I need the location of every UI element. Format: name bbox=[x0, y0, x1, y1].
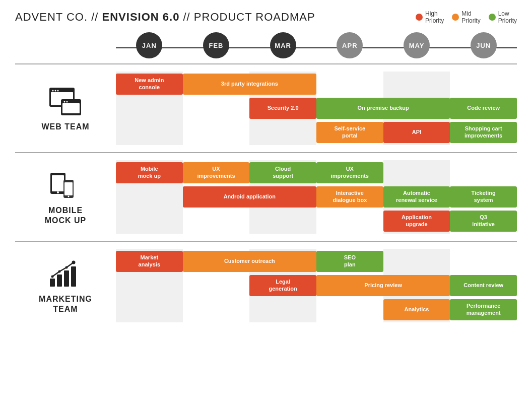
svg-rect-12 bbox=[52, 175, 64, 191]
task-legal-generation: Legalgeneration bbox=[249, 275, 316, 296]
task-customer-outreach: Customer outreach bbox=[183, 251, 316, 272]
task-content-review: Content review bbox=[450, 275, 517, 296]
month-bubble-mar: MAR bbox=[270, 32, 296, 58]
task-interactive-dialogue: Interactivedialogue box bbox=[316, 186, 383, 208]
task-automatic-renewal: Automaticrenewal service bbox=[383, 186, 450, 208]
marketing-body: Marketanalysis Customer outreach SEOplan… bbox=[116, 249, 517, 322]
mobile-label: MOBILEMOCK UP bbox=[15, 160, 116, 234]
task-ux-improvements-1: UXimprovements bbox=[183, 162, 250, 183]
svg-point-3 bbox=[52, 90, 53, 91]
month-jan: JAN bbox=[116, 32, 183, 63]
web-row-2: Security 2.0 On premise backup Code revi… bbox=[116, 98, 517, 119]
legend-high: HighPriority bbox=[416, 10, 444, 24]
task-ticketing-system: Ticketingsystem bbox=[450, 186, 517, 208]
task-security: Security 2.0 bbox=[249, 98, 316, 119]
svg-point-10 bbox=[66, 101, 68, 102]
task-application-upgrade: Applicationupgrade bbox=[383, 211, 450, 232]
svg-point-13 bbox=[57, 191, 59, 193]
svg-point-4 bbox=[54, 90, 56, 91]
month-jun: JUN bbox=[450, 32, 517, 63]
page: ADVENT CO. // ENVISION 6.0 // PRODUCT RO… bbox=[0, 0, 532, 411]
web-team-tasks: New adminconsole 3rd party integrations … bbox=[116, 72, 517, 145]
month-may: MAY bbox=[383, 32, 450, 63]
mobile-row-3: Applicationupgrade Q3initiative bbox=[116, 211, 517, 232]
task-analytics: Analytics bbox=[383, 299, 450, 320]
svg-point-21 bbox=[72, 261, 75, 264]
marketing-row-2: Legalgeneration Pricing review Content r… bbox=[116, 275, 517, 296]
task-new-admin-console: New adminconsole bbox=[116, 74, 183, 95]
month-bubble-apr: APR bbox=[337, 32, 363, 58]
task-market-analysis: Marketanalysis bbox=[116, 251, 183, 272]
months-container: JAN FEB MAR APR MAY JUN bbox=[116, 32, 517, 63]
mobile-section: MOBILEMOCK UP Mobilemock up UXimprovemen… bbox=[15, 152, 517, 241]
months-row: JAN FEB MAR APR MAY JUN bbox=[116, 32, 517, 63]
legend-mid: MidPriority bbox=[452, 10, 480, 24]
marketing-label: MARKETINGTEAM bbox=[15, 249, 116, 322]
web-team-section: WEB TEAM New adminconsole 3rd party inte… bbox=[15, 63, 517, 152]
month-bubble-jan: JAN bbox=[136, 32, 162, 58]
mobile-text: MOBILEMOCK UP bbox=[45, 206, 87, 225]
marketing-icon bbox=[47, 257, 85, 290]
task-performance-management: Performancemanagement bbox=[450, 299, 517, 320]
web-team-label: WEB TEAM bbox=[15, 72, 116, 145]
mid-priority-dot bbox=[452, 14, 459, 21]
low-priority-label: LowPriority bbox=[498, 10, 517, 24]
mobile-body: Mobilemock up UXimprovements Cloudsuppor… bbox=[116, 160, 517, 234]
month-feb: FEB bbox=[183, 32, 250, 63]
marketing-row-1: Marketanalysis Customer outreach SEOplan bbox=[116, 251, 517, 272]
product-name: ENVISION 6.0 bbox=[102, 11, 180, 23]
month-bubble-may: MAY bbox=[404, 32, 430, 58]
task-self-service-portal: Self-serviceportal bbox=[316, 122, 383, 143]
page-title: ADVENT CO. // ENVISION 6.0 // PRODUCT RO… bbox=[15, 11, 315, 24]
month-apr: APR bbox=[316, 32, 383, 63]
mid-priority-label: MidPriority bbox=[461, 10, 480, 24]
low-priority-dot bbox=[489, 14, 496, 21]
task-on-premise-backup: On premise backup bbox=[316, 98, 450, 119]
svg-rect-19 bbox=[64, 270, 69, 287]
svg-rect-20 bbox=[71, 266, 76, 287]
high-priority-dot bbox=[416, 14, 423, 21]
legend-low: LowPriority bbox=[489, 10, 517, 24]
web-team-icon bbox=[47, 85, 85, 118]
web-team-body: New adminconsole 3rd party integrations … bbox=[116, 72, 517, 145]
svg-point-16 bbox=[68, 196, 69, 197]
svg-point-22 bbox=[51, 276, 53, 278]
svg-rect-15 bbox=[64, 182, 73, 195]
task-mobile-mockup: Mobilemock up bbox=[116, 162, 183, 183]
marketing-row-3: Analytics Performancemanagement bbox=[116, 299, 517, 320]
company-name: ADVENT CO. bbox=[15, 11, 88, 23]
mobile-icon bbox=[49, 169, 82, 201]
web-row-1: New adminconsole 3rd party integrations bbox=[116, 74, 517, 95]
marketing-tasks: Marketanalysis Customer outreach SEOplan… bbox=[116, 249, 517, 322]
sep2: // bbox=[183, 11, 194, 23]
web-team-text: WEB TEAM bbox=[41, 122, 89, 131]
month-bubble-feb: FEB bbox=[203, 32, 229, 58]
marketing-text: MARKETINGTEAM bbox=[39, 294, 92, 313]
task-android-app: Android application bbox=[183, 186, 316, 208]
svg-point-9 bbox=[63, 101, 65, 102]
month-bubble-jun: JUN bbox=[471, 32, 497, 58]
svg-rect-18 bbox=[57, 275, 62, 287]
svg-rect-17 bbox=[50, 279, 55, 287]
marketing-section: MARKETINGTEAM Marketanalysis Customer ou… bbox=[15, 241, 517, 329]
task-q3-initiative: Q3initiative bbox=[450, 211, 517, 232]
task-api: API bbox=[383, 122, 450, 143]
task-seo-plan: SEOplan bbox=[316, 251, 383, 272]
svg-point-23 bbox=[58, 270, 60, 273]
task-cloud-support: Cloudsupport bbox=[249, 162, 316, 183]
high-priority-label: HighPriority bbox=[425, 10, 444, 24]
web-row-3: Self-serviceportal API Shopping cartimpr… bbox=[116, 122, 517, 143]
svg-rect-2 bbox=[51, 89, 73, 92]
task-ux-improvements-2: UXimprovements bbox=[316, 162, 383, 183]
sep1: // bbox=[91, 11, 102, 23]
mobile-row-2: Android application Interactivedialogue … bbox=[116, 186, 517, 208]
svg-point-24 bbox=[65, 266, 68, 269]
month-mar: MAR bbox=[249, 32, 316, 63]
mobile-tasks: Mobilemock up UXimprovements Cloudsuppor… bbox=[116, 160, 517, 234]
mobile-row-1: Mobilemock up UXimprovements Cloudsuppor… bbox=[116, 162, 517, 183]
task-pricing-review: Pricing review bbox=[316, 275, 450, 296]
legend: HighPriority MidPriority LowPriority bbox=[416, 10, 517, 24]
subtitle: PRODUCT ROADMAP bbox=[194, 11, 315, 23]
svg-point-5 bbox=[57, 90, 58, 91]
task-3rd-party: 3rd party integrations bbox=[183, 74, 316, 95]
